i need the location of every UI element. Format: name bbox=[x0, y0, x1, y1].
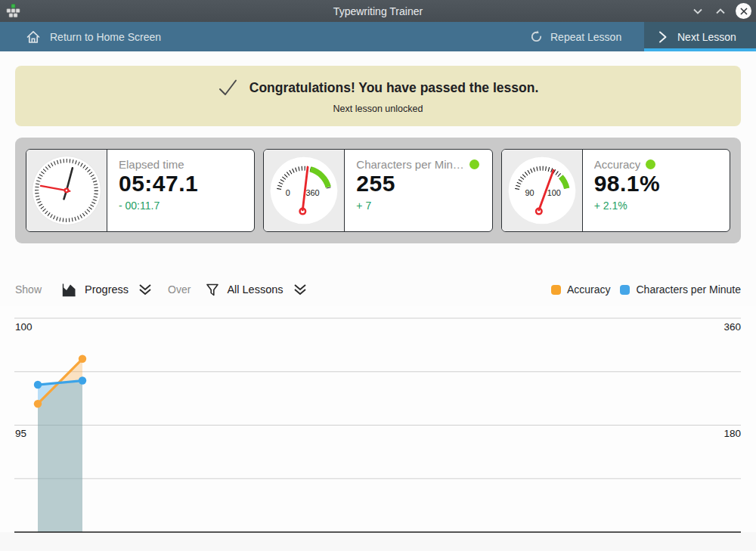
stats-panel: Elapsed time 05:47.1 - 00:11.7 0 360 Cha… bbox=[15, 138, 741, 243]
accuracy-icon-cell: 90 100 bbox=[502, 150, 583, 231]
elapsed-time-icon-cell bbox=[26, 150, 107, 231]
accuracy-card: 90 100 Accuracy 98.1% + 2.1% bbox=[501, 149, 730, 232]
cpm-legend-label: Characters per Minute bbox=[636, 283, 741, 296]
accuracy-swatch bbox=[551, 285, 561, 295]
toolbar: Return to Home Screen Repeat Lesson Next… bbox=[0, 22, 756, 51]
accuracy-legend-label: Accuracy bbox=[567, 283, 611, 296]
stat-label: Characters per Min… bbox=[356, 158, 464, 171]
stat-value: 05:47.1 bbox=[119, 171, 243, 197]
repeat-lesson-button[interactable]: Repeat Lesson bbox=[529, 22, 621, 51]
gauge-max-label: 360 bbox=[306, 188, 320, 197]
cpm-swatch bbox=[620, 285, 630, 295]
chevron-down-icon bbox=[692, 5, 704, 17]
cpm-card: 0 360 Characters per Min… 255 + 7 bbox=[263, 149, 492, 232]
filter-funnel-icon bbox=[206, 283, 219, 297]
stat-label: Accuracy bbox=[594, 158, 641, 171]
stat-label: Elapsed time bbox=[119, 158, 184, 171]
next-lesson-label: Next Lesson bbox=[677, 31, 736, 43]
lessons-filter-label: All Lessons bbox=[227, 283, 283, 296]
elapsed-time-card: Elapsed time 05:47.1 - 00:11.7 bbox=[26, 149, 255, 232]
double-chevron-down-icon bbox=[293, 283, 308, 296]
app-window: { "window": { "title": "Typewriting Trai… bbox=[0, 0, 756, 551]
left-axis-tick-100: 100 bbox=[15, 321, 33, 333]
progress-combobox[interactable]: Progress bbox=[61, 282, 153, 298]
checkmark-icon bbox=[218, 78, 238, 98]
stat-value: 255 bbox=[356, 171, 480, 197]
stat-delta: + 2.1% bbox=[594, 200, 718, 212]
window-controls bbox=[690, 0, 751, 22]
cpm-icon-cell: 0 360 bbox=[264, 150, 345, 231]
minimize-button[interactable] bbox=[690, 4, 705, 19]
close-button[interactable] bbox=[736, 3, 751, 19]
right-axis-tick-180: 180 bbox=[723, 428, 741, 439]
repeat-lesson-label: Repeat Lesson bbox=[550, 31, 621, 43]
improvement-dot bbox=[646, 159, 655, 169]
return-home-label: Return to Home Screen bbox=[50, 31, 161, 43]
next-arrow-icon bbox=[656, 29, 669, 45]
over-label: Over bbox=[168, 283, 191, 296]
gauge-min-label: 0 bbox=[286, 188, 290, 197]
accuracy-gauge-icon: 90 100 bbox=[507, 156, 577, 225]
stat-delta: - 00:11.7 bbox=[119, 200, 243, 212]
stat-delta: + 7 bbox=[356, 200, 480, 212]
maximize-button[interactable] bbox=[713, 4, 728, 19]
home-icon bbox=[26, 29, 41, 45]
gauge-min-label: 90 bbox=[525, 188, 534, 197]
chevron-up-icon bbox=[714, 5, 727, 17]
window-title: Typewriting Trainer bbox=[0, 5, 756, 17]
app-keyboard-icon bbox=[6, 4, 20, 18]
banner-title: Congratulations! You have passed the les… bbox=[249, 80, 539, 96]
title-bar: Typewriting Trainer bbox=[0, 0, 756, 22]
congratulations-banner: Congratulations! You have passed the les… bbox=[15, 66, 741, 126]
improvement-dot bbox=[469, 159, 479, 169]
speed-gauge-icon: 0 360 bbox=[269, 156, 339, 225]
close-icon bbox=[739, 7, 748, 16]
right-axis-tick-360: 360 bbox=[723, 321, 741, 333]
progress-combobox-label: Progress bbox=[85, 283, 129, 296]
show-label: Show bbox=[15, 283, 42, 296]
lessons-filter-combobox[interactable]: All Lessons bbox=[206, 283, 307, 297]
active-tab-underline bbox=[644, 48, 756, 51]
next-lesson-tab[interactable]: Next Lesson bbox=[644, 22, 756, 51]
left-axis-tick-95: 95 bbox=[15, 428, 26, 439]
return-home-button[interactable]: Return to Home Screen bbox=[26, 22, 161, 51]
double-chevron-down-icon bbox=[138, 283, 153, 296]
area-chart-icon bbox=[61, 282, 77, 298]
stat-value: 98.1% bbox=[594, 171, 718, 197]
refresh-icon bbox=[529, 29, 544, 44]
progress-chart: 100 95 360 180 bbox=[0, 306, 756, 551]
chart-controls: Show Progress Over All Lessons bbox=[15, 280, 308, 299]
clock-icon bbox=[30, 154, 103, 227]
progress-chart-canvas bbox=[0, 306, 756, 551]
banner-subtitle: Next lesson unlocked bbox=[333, 104, 423, 114]
gauge-max-label: 100 bbox=[547, 188, 560, 197]
chart-legend: Accuracy Characters per Minute bbox=[551, 280, 741, 299]
